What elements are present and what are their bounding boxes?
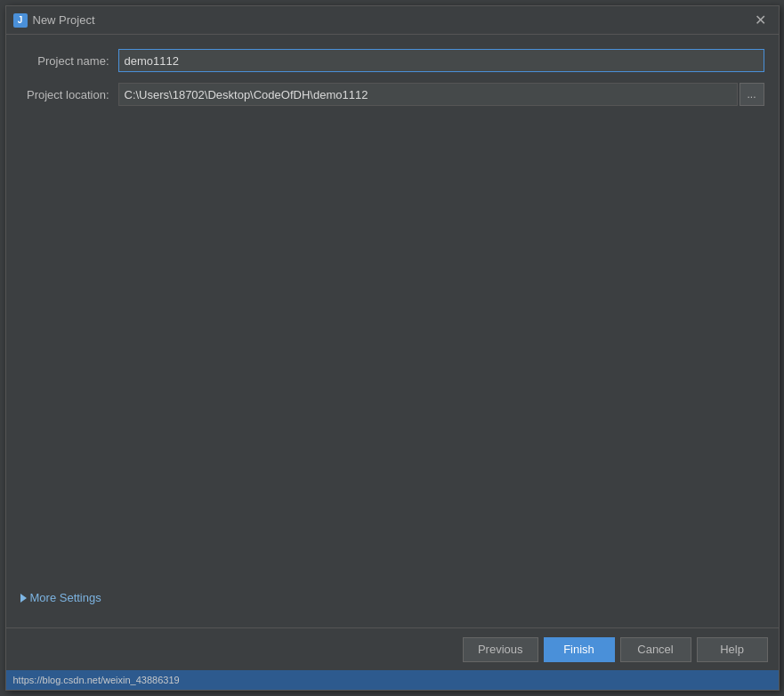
status-url: https://blog.csdn.net/weixin_43886319 xyxy=(13,675,180,685)
close-button[interactable]: ✕ xyxy=(750,10,772,31)
previous-button[interactable]: Previous xyxy=(463,637,538,662)
dialog-title: New Project xyxy=(33,13,750,27)
browse-button[interactable]: ... xyxy=(740,83,764,106)
dialog-wrapper: J New Project ✕ Project name: Project lo… xyxy=(0,0,784,696)
project-location-label: Project location: xyxy=(20,88,118,101)
project-name-label: Project name: xyxy=(20,54,118,68)
help-button[interactable]: Help xyxy=(697,637,768,662)
project-name-row: Project name: xyxy=(20,49,764,72)
more-settings-toggle[interactable]: More Settings xyxy=(20,586,764,610)
new-project-dialog: J New Project ✕ Project name: Project lo… xyxy=(5,5,780,691)
status-bar: https://blog.csdn.net/weixin_43886319 xyxy=(6,670,779,690)
triangle-icon xyxy=(20,594,27,603)
more-settings-label: More Settings xyxy=(30,591,101,604)
project-name-input[interactable] xyxy=(118,49,764,72)
project-location-row: Project location: ... xyxy=(20,83,764,106)
app-icon: J xyxy=(13,13,28,28)
dialog-body: Project name: Project location: ... More… xyxy=(6,35,779,627)
title-bar: J New Project ✕ xyxy=(6,6,779,35)
content-area xyxy=(20,117,764,586)
project-location-input[interactable] xyxy=(118,83,738,106)
dialog-footer: Previous Finish Cancel Help xyxy=(6,627,779,670)
cancel-button[interactable]: Cancel xyxy=(620,637,691,662)
finish-button[interactable]: Finish xyxy=(544,637,615,662)
